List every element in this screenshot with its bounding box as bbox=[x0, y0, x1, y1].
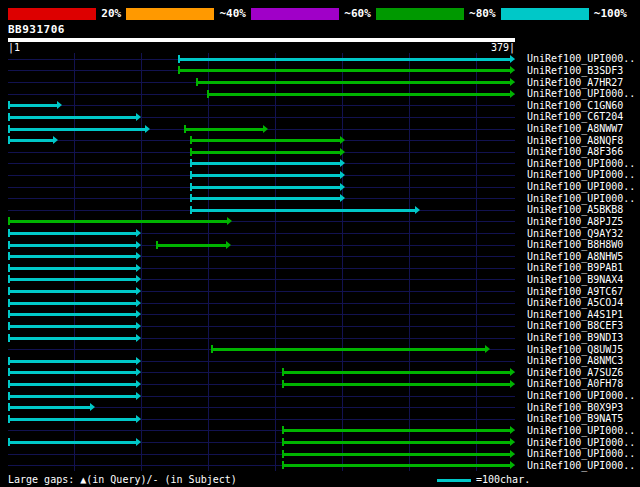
hit-bar[interactable] bbox=[8, 415, 141, 423]
hit-start-tick bbox=[8, 252, 10, 260]
hit-start-tick bbox=[190, 136, 192, 144]
hit-bar[interactable] bbox=[8, 392, 141, 400]
hit-label: UniRef100_B3SDF3 bbox=[527, 65, 623, 76]
hit-bar[interactable] bbox=[8, 136, 58, 144]
hit-start-tick bbox=[8, 241, 10, 249]
hit-label: UniRef100_B9PAB1 bbox=[527, 262, 623, 273]
hit-label: UniRef100_A0FH78 bbox=[527, 378, 623, 389]
hit-bar[interactable] bbox=[8, 380, 141, 388]
hit-bar[interactable] bbox=[8, 334, 141, 342]
hit-bar[interactable] bbox=[282, 461, 515, 469]
hit-bar[interactable] bbox=[8, 357, 141, 365]
hit-label: UniRef100_B9NDI3 bbox=[527, 332, 623, 343]
hit-bar[interactable] bbox=[282, 426, 515, 434]
hit-bar[interactable] bbox=[8, 125, 150, 133]
hit-bar[interactable] bbox=[156, 241, 231, 249]
hit-bar[interactable] bbox=[282, 380, 515, 388]
hit-bar[interactable] bbox=[190, 159, 344, 167]
hit-bar[interactable] bbox=[8, 287, 141, 295]
hit-bar[interactable] bbox=[196, 78, 515, 86]
hit-line bbox=[156, 244, 227, 247]
hit-start-tick bbox=[190, 159, 192, 167]
hit-start-tick bbox=[282, 438, 284, 446]
hit-start-tick bbox=[282, 450, 284, 458]
hit-arrowhead bbox=[485, 345, 490, 353]
hit-arrowhead bbox=[510, 438, 515, 446]
hit-bar[interactable] bbox=[190, 194, 344, 202]
hit-bar[interactable] bbox=[8, 113, 141, 121]
hit-label: UniRef100_Q8UWJ5 bbox=[527, 344, 623, 355]
scale-end-label: 379| bbox=[491, 43, 515, 53]
hit-arrowhead bbox=[90, 403, 95, 411]
hit-start-tick bbox=[190, 171, 192, 179]
key-segment-5 bbox=[501, 8, 589, 20]
hit-start-tick bbox=[8, 113, 10, 121]
hit-label: UniRef100_C1GN60 bbox=[527, 100, 623, 111]
hit-arrowhead bbox=[136, 368, 141, 376]
hit-bar[interactable] bbox=[282, 450, 515, 458]
hit-arrowhead bbox=[227, 217, 232, 225]
blast-graphic-overview: 20%~40%~60%~80%~100% BB931706 |1 379| Un… bbox=[0, 0, 640, 487]
hit-start-tick bbox=[8, 357, 10, 365]
hit-bar[interactable] bbox=[8, 241, 141, 249]
hit-bar[interactable] bbox=[190, 136, 344, 144]
hit-bar[interactable] bbox=[184, 125, 269, 133]
legend-line bbox=[437, 479, 471, 482]
hit-start-tick bbox=[8, 334, 10, 342]
hit-bar[interactable] bbox=[8, 310, 141, 318]
hit-bar[interactable] bbox=[190, 171, 344, 179]
hit-arrowhead bbox=[136, 438, 141, 446]
hit-bar[interactable] bbox=[8, 217, 232, 225]
hit-bar[interactable] bbox=[190, 183, 344, 191]
hit-line bbox=[190, 162, 340, 165]
hit-bar[interactable] bbox=[190, 206, 419, 214]
hit-label: UniRef100_UPI000.. bbox=[527, 437, 635, 448]
hit-bar[interactable] bbox=[178, 66, 515, 74]
hit-bar[interactable] bbox=[211, 345, 490, 353]
hit-arrowhead bbox=[510, 380, 515, 388]
hit-arrowhead bbox=[510, 78, 515, 86]
key-segment-2 bbox=[126, 8, 214, 20]
hit-start-tick bbox=[211, 345, 213, 353]
hit-bar[interactable] bbox=[178, 55, 515, 63]
hit-label: UniRef100_A9TC67 bbox=[527, 286, 623, 297]
hit-line bbox=[190, 197, 340, 200]
hit-start-tick bbox=[178, 66, 180, 74]
hit-start-tick bbox=[190, 194, 192, 202]
hit-line bbox=[8, 371, 137, 374]
hit-arrowhead bbox=[340, 136, 345, 144]
hit-label-column: UniRef100_UPI000..UniRef100_B3SDF3UniRef… bbox=[527, 53, 639, 471]
hit-start-tick bbox=[8, 299, 10, 307]
hit-bar[interactable] bbox=[8, 438, 141, 446]
hit-bar[interactable] bbox=[8, 322, 141, 330]
key-segment-label: 20% bbox=[96, 8, 126, 20]
hit-bar[interactable] bbox=[8, 229, 141, 237]
hit-label: UniRef100_UPI000.. bbox=[527, 169, 635, 180]
hit-arrowhead bbox=[136, 299, 141, 307]
hit-bar[interactable] bbox=[8, 275, 141, 283]
hit-start-tick bbox=[282, 380, 284, 388]
hit-start-tick bbox=[190, 206, 192, 214]
hit-bar[interactable] bbox=[8, 403, 95, 411]
hit-line bbox=[8, 325, 137, 328]
hit-bar[interactable] bbox=[8, 299, 141, 307]
hit-arrowhead bbox=[136, 392, 141, 400]
gridline-350 bbox=[476, 53, 477, 471]
hit-bar[interactable] bbox=[8, 252, 141, 260]
hit-arrowhead bbox=[510, 66, 515, 74]
hit-bar[interactable] bbox=[282, 368, 515, 376]
hit-bar[interactable] bbox=[282, 438, 515, 446]
hit-label: UniRef100_UPI000.. bbox=[527, 158, 635, 169]
hit-bar[interactable] bbox=[8, 101, 62, 109]
scale-legend: =100char. bbox=[437, 474, 530, 486]
scale-start-label: |1 bbox=[8, 43, 20, 53]
hit-arrowhead bbox=[340, 148, 345, 156]
hit-bar[interactable] bbox=[190, 148, 344, 156]
hit-bar[interactable] bbox=[8, 264, 141, 272]
hit-bar[interactable] bbox=[207, 90, 516, 98]
hit-bar[interactable] bbox=[8, 368, 141, 376]
hit-start-tick bbox=[8, 368, 10, 376]
hit-line bbox=[190, 151, 340, 154]
hit-start-tick bbox=[8, 287, 10, 295]
hit-line bbox=[207, 93, 512, 96]
